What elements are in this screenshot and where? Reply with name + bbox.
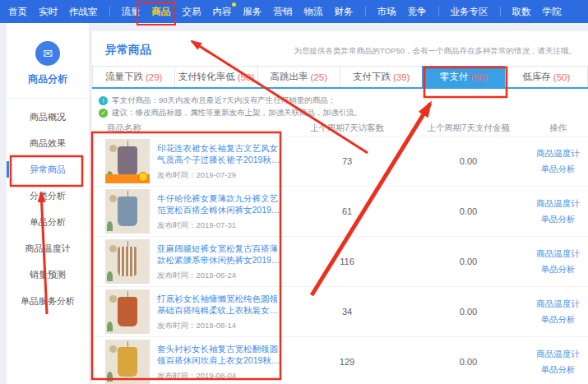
tab-count: (50) — [471, 72, 488, 82]
actions-cell: 商品温度计单品分析 — [528, 148, 588, 175]
product-text: 套头衬衫女长袖复古宽松翻领圆领百搭休闲坎肩上衣女2019秋装新款发布时间：201… — [157, 343, 285, 382]
pay-amount-value: 0.00 — [409, 206, 528, 216]
page-note: 为您提供各类异常商品的TOP50，会有一个商品存在多种异常的情况，请关注哦。 — [294, 46, 576, 57]
table-header: 商品名称上个周期7天访客数上个周期7天支付金额操作 — [92, 121, 588, 136]
column-header-操作: 操作 — [528, 123, 588, 134]
product-image[interactable] — [105, 340, 150, 384]
tab-label: 低库存 — [522, 71, 551, 83]
product-title-link[interactable]: 套头衬衫女长袖复古宽松翻领圆领百搭休闲坎肩上衣女2019秋装新款 — [157, 343, 285, 366]
sidebar-menu: 商品概况商品效果异常商品分类分析单品分析商品温度计销量预测单品服务分析 — [7, 104, 89, 314]
garment-shape — [118, 197, 137, 226]
actions-cell: 商品温度计单品分析 — [528, 248, 588, 275]
sidebar-item-销量预测[interactable]: 销量预测 — [7, 261, 89, 288]
nav-item-市场[interactable]: 市场 — [377, 6, 396, 18]
action-link-商品温度计[interactable]: 商品温度计 — [536, 298, 580, 310]
product-image[interactable] — [105, 139, 150, 183]
garment-shape — [118, 247, 137, 276]
product-text: 亚麻阔腿短裤女宽松复古百搭薄款松紧腰系带休闲热裤女2019夏装新发布时间：201… — [157, 243, 285, 281]
garment-shape — [118, 347, 137, 377]
tab-低库存[interactable]: 低库存(50) — [505, 66, 588, 87]
product-image[interactable] — [105, 239, 150, 284]
sidebar: ✉ 商品分析 商品概况商品效果异常商品分类分析单品分析商品温度计销量预测单品服务… — [7, 23, 89, 384]
tab-count: (50) — [553, 72, 570, 82]
sidebar-item-异常商品[interactable]: 异常商品 — [7, 156, 89, 183]
action-link-单品分析[interactable]: 单品分析 — [541, 164, 576, 175]
nav-item-学院[interactable]: 学院 — [543, 6, 562, 18]
nav-item-交易[interactable]: 交易 — [183, 6, 201, 18]
tab-label: 支付转化率低 — [178, 71, 235, 83]
actions-cell: 商品温度计单品分析 — [528, 349, 588, 376]
sidebar-item-商品温度计[interactable]: 商品温度计 — [7, 235, 89, 261]
nav-item-业务专区[interactable]: 业务专区 — [451, 6, 488, 18]
nav-item-作战室[interactable]: 作战室 — [69, 6, 98, 18]
nav-divider — [500, 7, 501, 16]
tab-count: (50) — [238, 72, 254, 82]
product-title-link[interactable]: 亚麻阔腿短裤女宽松复古百搭薄款松紧腰系带休闲热裤女2019夏装新 — [157, 243, 285, 266]
nav-item-商品[interactable]: 商品 — [152, 6, 171, 18]
actions-cell: 商品温度计单品分析 — [528, 298, 588, 326]
tab-label: 支付下跌 — [353, 71, 391, 83]
product-cell: 打底衫女长袖慵懒宽松纯色圆领基础百搭纯棉柔软上衣秋装女2019新款发布时间：20… — [92, 289, 285, 334]
panel-header: 异常商品 为您提供各类异常商品的TOP50，会有一个商品存在多种异常的情况，请关… — [92, 31, 588, 66]
product-image[interactable] — [105, 289, 150, 334]
nav-item-实时[interactable]: 实时 — [39, 6, 58, 18]
nav-item-竞争[interactable]: 竞争 — [408, 6, 427, 18]
sidebar-item-商品效果[interactable]: 商品效果 — [7, 130, 89, 156]
product-cell: 印花连衣裙女长袖复古文艺风女气质高个子过膝长裙子2019秋装新款发布时间：201… — [92, 139, 285, 183]
nav-item-内容[interactable]: 内容 — [213, 6, 232, 18]
tip-line: ✓建议：修改商品标题，属性等重新发布上架，加强关联商品，加强引流。 — [99, 107, 588, 119]
tab-label: 流量下跌 — [105, 71, 143, 83]
product-analysis-icon: ✉ — [35, 41, 60, 66]
action-link-商品温度计[interactable]: 商品温度计 — [536, 148, 580, 160]
tab-count: (39) — [393, 72, 410, 82]
decor-wall-ring — [109, 245, 117, 252]
sidebar-item-分类分析[interactable]: 分类分析 — [7, 183, 89, 209]
product-title-link[interactable]: 印花连衣裙女长袖复古文艺风女气质高个子过膝长裙子2019秋装新款 — [157, 142, 285, 165]
column-header-上个周期7天支付金额: 上个周期7天支付金额 — [409, 123, 528, 134]
decor-wall-ring — [109, 345, 117, 353]
nav-item-营销[interactable]: 营销 — [274, 6, 293, 18]
tip-text: 建议：修改商品标题，属性等重新发布上架，加强关联商品，加强引流。 — [112, 108, 362, 118]
table-row: 套头衬衫女长袖复古宽松翻领圆领百搭休闲坎肩上衣女2019秋装新款发布时间：201… — [92, 336, 588, 384]
sidebar-item-单品分析[interactable]: 单品分析 — [7, 209, 89, 235]
action-link-单品分析[interactable]: 单品分析 — [541, 264, 576, 275]
action-link-单品分析[interactable]: 单品分析 — [541, 214, 576, 225]
notification-badge-icon — [232, 2, 236, 7]
product-title-link[interactable]: 牛仔哈伦裤女夏薄款九分裤文艺范宽松百搭全棉休闲裤女2019秋装新款 — [157, 192, 285, 215]
product-cell: 牛仔哈伦裤女夏薄款九分裤文艺范宽松百搭全棉休闲裤女2019秋装新款发布时间：20… — [92, 189, 285, 234]
check-circle-icon: ✓ — [99, 109, 108, 118]
visitors-value: 73 — [285, 156, 409, 166]
actions-cell: 商品温度计单品分析 — [528, 198, 588, 225]
tab-零支付[interactable]: 零支付(50) — [422, 66, 504, 87]
tab-支付转化率低[interactable]: 支付转化率低(50) — [174, 66, 257, 87]
sidebar-item-单品服务分析[interactable]: 单品服务分析 — [7, 288, 89, 314]
action-link-商品温度计[interactable]: 商品温度计 — [536, 349, 580, 360]
pay-amount-value: 0.00 — [409, 357, 528, 367]
action-link-单品分析[interactable]: 单品分析 — [541, 314, 576, 326]
tab-bar: 流量下跌(29)支付转化率低(50)高跳出率(25)支付下跌(39)零支付(50… — [92, 66, 588, 89]
tip-text: 零支付商品：90天内发布且最近7天内没有产生任何销量的商品； — [112, 95, 336, 106]
action-link-商品温度计[interactable]: 商品温度计 — [536, 248, 580, 260]
nav-item-服务[interactable]: 服务 — [243, 6, 262, 18]
visitors-value: 61 — [285, 206, 409, 216]
nav-item-物流[interactable]: 物流 — [304, 6, 323, 18]
action-link-商品温度计[interactable]: 商品温度计 — [536, 198, 580, 210]
nav-item-流量[interactable]: 流量 — [122, 6, 141, 18]
pay-amount-value: 0.00 — [409, 156, 528, 166]
decor-wall-ring — [109, 195, 117, 202]
tab-高跳出率[interactable]: 高跳出率(25) — [257, 66, 340, 87]
nav-item-财务[interactable]: 财务 — [335, 6, 354, 18]
nav-divider — [109, 7, 110, 16]
pay-amount-value: 0.00 — [409, 257, 528, 266]
action-link-单品分析[interactable]: 单品分析 — [541, 364, 576, 376]
product-image[interactable] — [105, 189, 150, 234]
nav-item-取数[interactable]: 取数 — [512, 6, 531, 18]
sidebar-item-商品概况[interactable]: 商品概况 — [7, 104, 89, 130]
page-title: 异常商品 — [105, 43, 151, 58]
tab-支付下跌[interactable]: 支付下跌(39) — [340, 66, 422, 87]
tab-流量下跌[interactable]: 流量下跌(29) — [92, 66, 174, 87]
nav-item-首页[interactable]: 首页 — [8, 6, 27, 18]
product-title-link[interactable]: 打底衫女长袖慵懒宽松纯色圆领基础百搭纯棉柔软上衣秋装女2019新款 — [157, 293, 285, 316]
promo-banner — [105, 174, 150, 183]
table-row: 牛仔哈伦裤女夏薄款九分裤文艺范宽松百搭全棉休闲裤女2019秋装新款发布时间：20… — [92, 186, 588, 236]
